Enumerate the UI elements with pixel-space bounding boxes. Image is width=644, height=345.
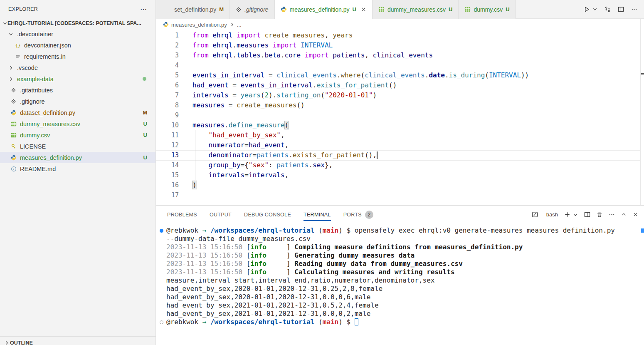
chevron-down-icon [2, 21, 7, 26]
tab-dummy-measures-csv[interactable]: dummy_measures.csvU [373, 0, 459, 19]
sidebar-title: EXPLORER [8, 6, 38, 12]
panel-actions: bash [532, 211, 638, 218]
code-line-9[interactable]: 9 [156, 110, 644, 120]
code-line-5[interactable]: 5events_in_interval = clinical_events.wh… [156, 70, 644, 80]
bash-terminal-icon[interactable] [532, 211, 538, 218]
code-line-3[interactable]: 3from ehrql.tables.beta.core import pati… [156, 50, 644, 60]
code-line-17[interactable]: 17 [156, 190, 644, 200]
line-number: 1 [156, 30, 179, 40]
plus-icon[interactable] [564, 211, 570, 218]
tab-dummy-csv[interactable]: dummy.csvU [459, 0, 516, 19]
breadcrumb[interactable]: measures_definition.py ... [156, 19, 644, 30]
tree-item-label: .vscode [17, 65, 38, 71]
tree-file--gitattributes[interactable]: .gitattributes [0, 84, 155, 96]
chevron-up-icon[interactable] [621, 212, 627, 217]
git-status-dot [143, 77, 146, 81]
tree-file-devcontainer-json[interactable]: {}devcontainer.json [0, 40, 155, 51]
code-line-content: from ehrql.measures import INTERVAL [179, 40, 333, 50]
ellipsis-icon[interactable] [631, 6, 637, 12]
tree-folder--devcontainer[interactable]: .devcontainer [0, 28, 155, 40]
code-line-12[interactable]: 12 numerator=had_event, [156, 140, 644, 150]
tab-label: measures_definition.py [290, 6, 350, 13]
code-line-content [179, 190, 192, 200]
terminal-output[interactable]: @rebkwok → /workspaces/ehrql-tutorial (m… [156, 226, 640, 326]
line-number: 5 [156, 70, 179, 80]
tree-item-label: dummy_measures.csv [20, 121, 80, 127]
git-status-badge: U [143, 121, 147, 127]
tree-item-label: .gitattributes [20, 87, 53, 94]
terminal-line: had_event_by_sex,2020-01-01,2020-12-31,0… [156, 293, 640, 301]
python-icon [281, 6, 287, 12]
terminal-text: had_event_by_sex,2020-01-01,2020-12-31,0… [166, 293, 370, 301]
tree-file-license[interactable]: LICENSE [0, 141, 155, 152]
split-icon[interactable] [618, 6, 624, 12]
chevron-down-icon[interactable] [573, 212, 578, 217]
panel-tab-problems[interactable]: PROBLEMS [167, 206, 197, 223]
workspace-root-folder[interactable]: EHRQL-TUTORIAL [CODESPACES: POTENTIAL SP… [0, 18, 155, 28]
code-line-16[interactable]: 16) [156, 180, 644, 190]
shell-label[interactable]: bash [546, 211, 558, 218]
ellipsis-icon[interactable] [609, 211, 615, 218]
breadcrumb-more[interactable]: ... [237, 22, 242, 28]
tree-file-requirements-in[interactable]: requirements.in [0, 51, 155, 62]
panel-tab-debug-console[interactable]: DEBUG CONSOLE [244, 206, 291, 223]
line-number: 9 [156, 110, 179, 120]
tree-folder--vscode[interactable]: .vscode [0, 62, 155, 73]
outline-label: OUTLINE [10, 340, 33, 345]
compare-icon[interactable] [605, 6, 611, 12]
breadcrumb-file[interactable]: measures_definition.py [171, 22, 227, 28]
code-line-15[interactable]: 15 intervals=intervals, [156, 170, 644, 180]
tree-item-label: README.md [20, 166, 56, 172]
command-executed-icon [156, 226, 166, 235]
trash-icon[interactable] [597, 212, 602, 218]
terminal-line: had_event_by_sex,2020-01-01,2020-12-31,0… [156, 285, 640, 293]
terminal-gutter [156, 310, 166, 318]
code-line-2[interactable]: 2from ehrql.measures import INTERVAL [156, 40, 644, 50]
code-line-6[interactable]: 6had_event = events_in_interval.exists_f… [156, 80, 644, 90]
code-line-10[interactable]: 10measures.define_measure( [156, 120, 644, 130]
code-line-content: intervals = years(2).starting_on("2020-0… [179, 90, 377, 100]
code-line-8[interactable]: 8measures = create_measures() [156, 100, 644, 110]
code-line-1[interactable]: 1from ehrql import create_measures, year… [156, 30, 644, 40]
tab-git-badge: U [506, 6, 509, 12]
close-icon[interactable] [633, 212, 638, 217]
tree-file-readme-md[interactable]: README.md [0, 163, 155, 174]
tab-measures-definition-py[interactable]: measures_definition.pyU [275, 0, 373, 19]
tree-folder-example-data[interactable]: example-data [0, 73, 155, 84]
play-icon[interactable] [584, 6, 590, 12]
terminal-gutter [156, 251, 166, 260]
panel-tab-ports[interactable]: PORTS2 [343, 206, 373, 223]
tree-file-dummy-csv[interactable]: dummy.csvU [0, 129, 155, 141]
tab-set-definition-py[interactable]: set_definition.pyM [156, 0, 230, 19]
sidebar-more-actions-icon[interactable]: ⋯ [140, 5, 147, 13]
code-line-4[interactable]: 4 [156, 60, 644, 70]
code-line-13[interactable]: 13 denominator=patients.exists_for_patie… [156, 150, 644, 160]
panel-tab-label: PROBLEMS [167, 212, 197, 218]
terminal-text: @rebkwok → /workspaces/ehrql-tutorial (m… [166, 318, 358, 326]
tree-file-dataset-definition-py[interactable]: dataset_definition.pyM [0, 107, 155, 118]
code-line-11[interactable]: 11 "had_event_by_sex", [156, 130, 644, 140]
close-icon[interactable] [361, 7, 366, 12]
split-icon[interactable] [584, 211, 590, 218]
tree-file--gitignore[interactable]: .gitignore [0, 96, 155, 107]
panel-tab-terminal[interactable]: TERMINAL [303, 206, 331, 223]
tab-bar: set_definition.pyM.gitignoremeasures_def… [156, 0, 644, 19]
terminal-text: --dummy-data-file dummy_measures.csv [166, 235, 311, 243]
code-line-7[interactable]: 7intervals = years(2).starting_on("2020-… [156, 90, 644, 100]
code-line-content: from ehrql import create_measures, years [179, 30, 353, 40]
terminal-line: measure,interval_start,interval_end,rati… [156, 276, 640, 285]
chevron-right-icon [3, 340, 10, 345]
code-line-14[interactable]: 14 group_by={"sex": patients.sex}, [156, 160, 644, 170]
tree-file-dummy-measures-csv[interactable]: dummy_measures.csvU [0, 118, 155, 129]
chevron-down-icon[interactable] [592, 7, 597, 12]
outline-section-header[interactable]: OUTLINE [0, 338, 156, 345]
code-editor[interactable]: 1from ehrql import create_measures, year… [156, 30, 644, 205]
tab--gitignore[interactable]: .gitignore [230, 0, 275, 19]
terminal-line: 2023-11-13 15:16:50 [info ] Compiling me… [156, 243, 640, 251]
terminal-line: @rebkwok → /workspaces/ehrql-tutorial (m… [156, 226, 640, 235]
tree-file-measures-definition-py[interactable]: measures_definition.pyU [0, 152, 155, 163]
panel-tab-output[interactable]: OUTPUT [210, 206, 232, 223]
terminal-text: 2023-11-13 15:16:50 [info ] Compiling me… [166, 243, 523, 251]
terminal-line: @rebkwok → /workspaces/ehrql-tutorial (m… [156, 318, 640, 326]
command-prompt-icon [156, 318, 166, 326]
